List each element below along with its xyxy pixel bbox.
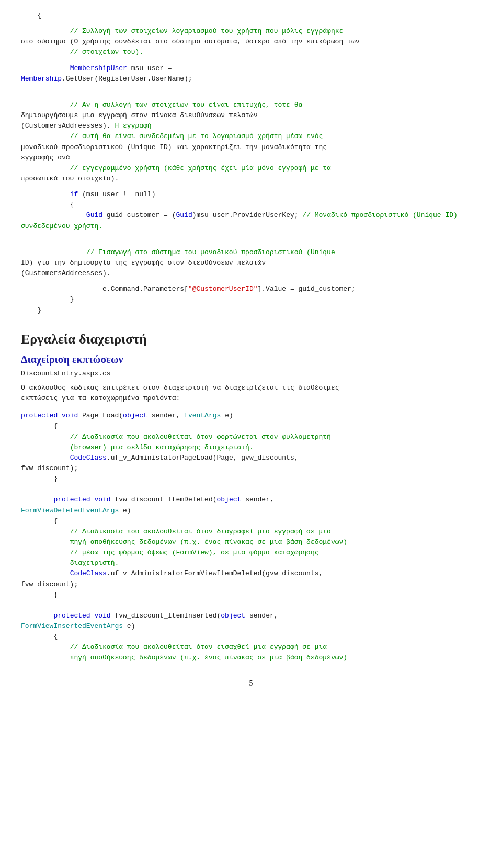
heading-discount-management: Διαχείριση εκπτώσεων xyxy=(21,353,481,366)
page-number: 5 xyxy=(21,679,481,688)
code-comment-insert: // Εισαγωγή στο σύστημα του μοναδικού πρ… xyxy=(21,237,481,279)
prose-description: Ο ακόλουθος κώδικας επιτρέπει στον διαχε… xyxy=(21,383,481,405)
code-comment-if-collect: // Αν η συλλογή των στοιχείων του είναι … xyxy=(21,89,481,184)
code-membership-user: MembershipUser msu_user = Membership.Get… xyxy=(21,63,481,84)
top-code-section: { // Συλλογή των στοιχείων λογαριασμού τ… xyxy=(21,10,481,316)
bottom-code-section: protected void Page_Load(object sender, … xyxy=(21,410,481,663)
code-line-open-brace: { xyxy=(21,10,481,21)
filename-discounts: DiscountsEntry.aspx.cs xyxy=(21,370,481,378)
code-comment-collect: // Συλλογή των στοιχείων λογαριασμού του… xyxy=(21,26,481,58)
heading-admin-tools: Εργαλεία διαχειριστή xyxy=(21,332,481,347)
code-if-msu: if (msu_user != null) { Guid guid_custom… xyxy=(21,189,481,232)
code-ecommand: e.Command.Parameters["@CustomerUserID"].… xyxy=(21,284,481,315)
